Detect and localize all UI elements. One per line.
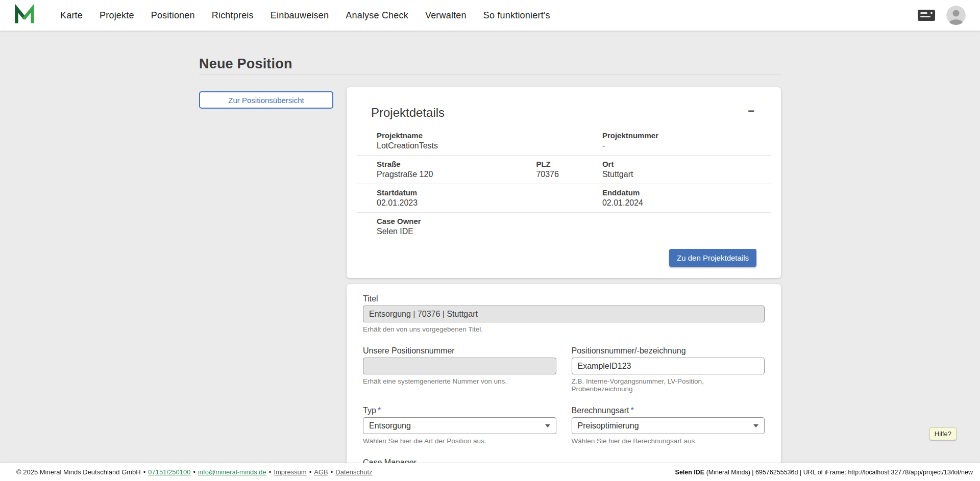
project-details-title: Projektdetails bbox=[371, 106, 445, 120]
title-divider bbox=[199, 74, 781, 75]
top-navigation-bar: Karte Projekte Positionen Richtpreis Ein… bbox=[0, 0, 980, 31]
person-icon bbox=[946, 6, 966, 25]
email-link[interactable]: info@mineral-minds.de bbox=[198, 468, 266, 476]
main-content: Neue Position Zur Positionsübersicht Pro… bbox=[199, 31, 781, 481]
field-label: Projektnummer bbox=[602, 131, 766, 140]
project-details-header: Projektdetails − bbox=[357, 100, 771, 120]
titel-group: Titel Erhält den von uns vorgegebenen Ti… bbox=[363, 294, 765, 333]
separator: • bbox=[193, 468, 195, 476]
field-value: Selen IDE bbox=[377, 227, 766, 236]
unsere-positionsnummer-input[interactable] bbox=[363, 358, 556, 374]
go-to-project-details-button[interactable]: Zu den Projektdetails bbox=[669, 249, 756, 267]
berechnungsart-select[interactable]: Preisoptimierung bbox=[572, 417, 765, 434]
collapse-card-button[interactable]: − bbox=[746, 100, 756, 118]
nav-item-projekte[interactable]: Projekte bbox=[100, 10, 134, 21]
separator: • bbox=[143, 468, 146, 476]
number-fields-row: Unsere Positionsnummer Erhält eine syste… bbox=[363, 346, 765, 393]
unsere-positionsnummer-group: Unsere Positionsnummer Erhält eine syste… bbox=[363, 346, 556, 393]
nav-item-analyse-check[interactable]: Analyse Check bbox=[346, 10, 408, 21]
chevron-down-icon bbox=[545, 424, 550, 427]
project-details-table: Projektname LotCreationTests Projektnumm… bbox=[357, 127, 771, 241]
berechnungsart-group: Berechnungsart* Preisoptimierung Wählen … bbox=[572, 406, 765, 445]
user-avatar[interactable] bbox=[946, 6, 966, 25]
footer-left: © 2025 Mineral Minds Deutschland GmbH • … bbox=[16, 468, 373, 476]
datenschutz-link[interactable]: Datenschutz bbox=[335, 468, 372, 476]
help-button[interactable]: Hilfe? bbox=[929, 427, 957, 440]
session-details: (Mineral Minds) | 69576255536d | URL of … bbox=[704, 469, 973, 476]
field-value: Pragstraße 120 bbox=[377, 170, 536, 179]
berechnungsart-select-value: Preisoptimierung bbox=[578, 421, 639, 431]
positionsnummer-input[interactable] bbox=[572, 358, 765, 374]
new-position-form-card: Titel Erhält den von uns vorgegebenen Ti… bbox=[347, 284, 781, 481]
card-reader-icon[interactable] bbox=[918, 10, 935, 21]
typ-select[interactable]: Entsorgung bbox=[363, 417, 556, 434]
typ-label: Typ* bbox=[363, 406, 556, 415]
field-label: Case Owner bbox=[377, 217, 766, 225]
field-projektnummer: Projektnummer - bbox=[602, 131, 766, 150]
field-label: PLZ bbox=[536, 160, 602, 168]
table-row: Projektname LotCreationTests Projektnumm… bbox=[357, 127, 771, 155]
impressum-link[interactable]: Impressum bbox=[274, 468, 306, 476]
typ-helper: Wählen Sie hier die Art der Position aus… bbox=[363, 437, 556, 445]
page-title: Neue Position bbox=[199, 56, 781, 72]
field-plz: PLZ 70376 bbox=[536, 160, 602, 179]
footer: © 2025 Mineral Minds Deutschland GmbH • … bbox=[0, 463, 980, 481]
mineral-minds-logo[interactable] bbox=[13, 4, 36, 27]
type-fields-row: Typ* Entsorgung Wählen Sie hier die Art … bbox=[363, 406, 765, 445]
field-projektname: Projektname LotCreationTests bbox=[377, 131, 602, 150]
field-value: - bbox=[602, 141, 766, 150]
separator: • bbox=[269, 468, 272, 476]
agb-link[interactable]: AGB bbox=[314, 468, 328, 476]
field-value: Stuttgart bbox=[602, 170, 766, 179]
nav-item-einbauweisen[interactable]: Einbauweisen bbox=[271, 10, 329, 21]
separator: • bbox=[309, 468, 312, 476]
field-ort: Ort Stuttgart bbox=[602, 160, 766, 179]
content-row: Zur Positionsübersicht Projektdetails − … bbox=[199, 87, 781, 481]
field-enddatum: Enddatum 02.01.2024 bbox=[602, 188, 766, 208]
field-value: 70376 bbox=[536, 170, 602, 179]
berechnungsart-label: Berechnungsart* bbox=[572, 406, 765, 415]
session-user: Selen IDE bbox=[675, 469, 705, 476]
positionsnummer-label: Positionsnummer/-bezeichnung bbox=[572, 346, 765, 356]
field-label: Startdatum bbox=[377, 188, 602, 197]
positionsnummer-helper: Z.B. Interne-Vorgangsnummer, LV-Position… bbox=[572, 377, 765, 393]
typ-group: Typ* Entsorgung Wählen Sie hier die Art … bbox=[363, 406, 556, 445]
footer-session-info: Selen IDE (Mineral Minds) | 69576255536d… bbox=[675, 469, 973, 476]
field-startdatum: Startdatum 02.01.2023 bbox=[377, 188, 602, 208]
titel-input[interactable] bbox=[363, 306, 765, 322]
nav-item-positionen[interactable]: Positionen bbox=[151, 10, 195, 21]
unsere-positionsnummer-helper: Erhält eine systemgenerierte Nummer von … bbox=[363, 377, 556, 385]
right-column: Projektdetails − Projektname LotCreation… bbox=[347, 87, 781, 481]
field-label: Ort bbox=[602, 160, 766, 168]
titel-label: Titel bbox=[363, 294, 765, 303]
project-details-card: Projektdetails − Projektname LotCreation… bbox=[347, 87, 781, 278]
field-label: Straße bbox=[377, 160, 536, 168]
copyright-text: © 2025 Mineral Minds Deutschland GmbH bbox=[16, 468, 141, 476]
main-navigation: Karte Projekte Positionen Richtpreis Ein… bbox=[60, 10, 550, 21]
left-column: Zur Positionsübersicht bbox=[199, 87, 333, 109]
logo-icon bbox=[13, 4, 36, 27]
field-label: Projektname bbox=[377, 131, 602, 140]
field-value: 02.01.2024 bbox=[602, 198, 766, 208]
field-value: 02.01.2023 bbox=[377, 198, 602, 208]
field-strasse: Straße Pragstraße 120 bbox=[377, 160, 536, 179]
phone-link[interactable]: 07151/250100 bbox=[148, 468, 190, 476]
nav-item-karte[interactable]: Karte bbox=[60, 10, 83, 21]
table-row: Straße Pragstraße 120 PLZ 70376 Ort Stut… bbox=[357, 155, 771, 184]
nav-item-richtpreis[interactable]: Richtpreis bbox=[212, 10, 254, 21]
nav-item-so-funktionierts[interactable]: So funktioniert's bbox=[483, 10, 550, 21]
back-to-positions-button[interactable]: Zur Positionsübersicht bbox=[199, 91, 333, 109]
nav-item-verwalten[interactable]: Verwalten bbox=[425, 10, 467, 21]
field-label: Enddatum bbox=[602, 188, 766, 197]
table-row: Case Owner Selen IDE bbox=[357, 212, 771, 241]
required-marker: * bbox=[378, 406, 381, 415]
typ-select-value: Entsorgung bbox=[369, 421, 411, 431]
chevron-down-icon bbox=[753, 424, 758, 427]
required-marker: * bbox=[630, 406, 633, 415]
positionsnummer-group: Positionsnummer/-bezeichnung Z.B. Intern… bbox=[572, 346, 765, 393]
separator: • bbox=[331, 468, 333, 476]
unsere-positionsnummer-label: Unsere Positionsnummer bbox=[363, 346, 556, 356]
berechnungsart-helper: Wählen Sie hier die Berechnungsart aus. bbox=[572, 437, 765, 445]
project-details-actions: Zu den Projektdetails bbox=[357, 241, 771, 270]
field-case-owner: Case Owner Selen IDE bbox=[377, 217, 766, 236]
